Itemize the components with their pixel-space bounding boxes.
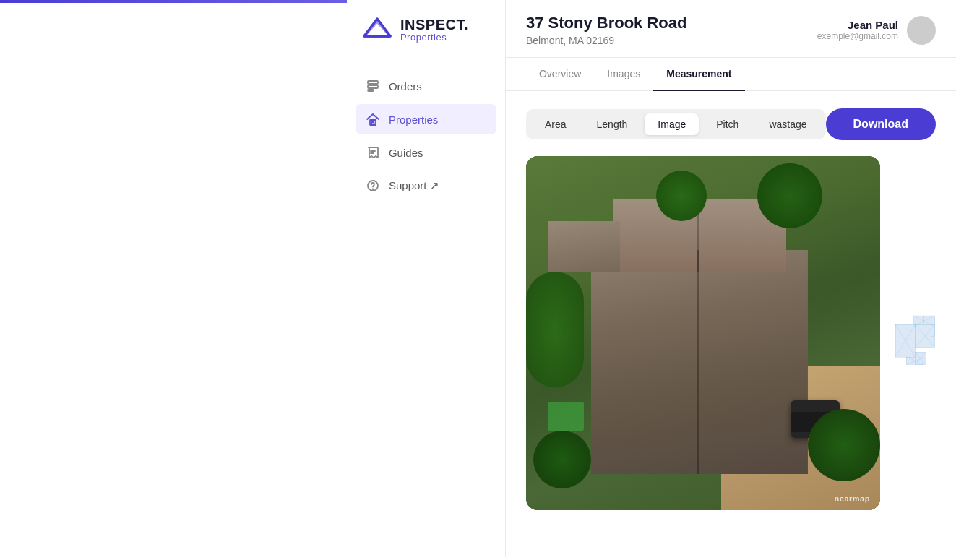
sidebar-item-support[interactable]: Support ↗ bbox=[356, 171, 496, 201]
filter-pills: Area Length Image Pitch wastage bbox=[526, 109, 826, 139]
user-info: Jean Paul exemple@gmail.com bbox=[817, 19, 898, 41]
aerial-photo: nearmap bbox=[526, 156, 880, 510]
logo-block: INSPECT. Properties bbox=[347, 0, 505, 64]
svg-rect-3 bbox=[368, 81, 378, 84]
svg-rect-5 bbox=[368, 90, 374, 91]
tab-measurement[interactable]: Measurement bbox=[653, 58, 744, 91]
svg-rect-14 bbox=[913, 316, 924, 324]
orders-icon bbox=[366, 79, 380, 93]
blueprint-container bbox=[895, 156, 936, 540]
avatar[interactable] bbox=[907, 16, 936, 45]
sidebar-item-orders-label: Orders bbox=[389, 80, 422, 92]
filter-bar: Area Length Image Pitch wastage Download bbox=[526, 108, 936, 140]
watermark: nearmap bbox=[835, 494, 870, 503]
sidebar-item-guides[interactable]: Guides bbox=[356, 137, 496, 168]
top-accent-bar bbox=[0, 0, 347, 3]
sidebar-nav: Orders Properties Guides bbox=[347, 64, 505, 208]
logo-properties-text: Properties bbox=[400, 33, 468, 43]
tab-overview[interactable]: Overview bbox=[526, 58, 594, 91]
guides-icon bbox=[366, 145, 380, 160]
tabs-bar: Overview Images Measurement bbox=[506, 58, 956, 91]
sidebar-item-guides-label: Guides bbox=[389, 147, 423, 159]
logo-icon bbox=[361, 16, 393, 43]
pill-image[interactable]: Image bbox=[645, 113, 699, 135]
address-street: 37 Stony Brook Road bbox=[526, 14, 686, 33]
topbar: 37 Stony Brook Road Belmont, MA 02169 Je… bbox=[506, 0, 956, 58]
pill-pitch[interactable]: Pitch bbox=[703, 113, 752, 135]
sidebar-item-properties-label: Properties bbox=[389, 113, 438, 126]
sidebar-item-support-label: Support ↗ bbox=[389, 179, 439, 192]
pill-wastage[interactable]: wastage bbox=[756, 113, 819, 135]
content-area: Area Length Image Pitch wastage Download bbox=[506, 91, 956, 557]
logo-text: INSPECT. Properties bbox=[400, 17, 468, 43]
svg-rect-7 bbox=[371, 122, 374, 125]
address-city: Belmont, MA 02169 bbox=[526, 35, 686, 46]
svg-rect-17 bbox=[931, 324, 934, 336]
pill-area[interactable]: Area bbox=[532, 113, 580, 135]
svg-point-11 bbox=[372, 189, 373, 190]
svg-rect-4 bbox=[368, 85, 378, 88]
roof-blueprint bbox=[895, 163, 936, 517]
main-content: 37 Stony Brook Road Belmont, MA 02169 Je… bbox=[506, 0, 956, 557]
logo-inspect-text: INSPECT. bbox=[400, 17, 468, 33]
user-block: Jean Paul exemple@gmail.com bbox=[817, 16, 936, 45]
download-button[interactable]: Download bbox=[826, 108, 936, 140]
support-icon bbox=[366, 178, 380, 193]
images-row: nearmap bbox=[526, 156, 936, 540]
sidebar-item-orders[interactable]: Orders bbox=[356, 71, 496, 101]
user-name: Jean Paul bbox=[817, 19, 898, 31]
user-email: exemple@gmail.com bbox=[817, 31, 898, 41]
sidebar-item-properties[interactable]: Properties bbox=[356, 104, 496, 134]
address-block: 37 Stony Brook Road Belmont, MA 02169 bbox=[526, 14, 686, 46]
properties-icon bbox=[366, 112, 380, 126]
tab-images[interactable]: Images bbox=[594, 58, 653, 91]
pill-length[interactable]: Length bbox=[584, 113, 641, 135]
sidebar: INSPECT. Properties Orders bbox=[347, 0, 506, 557]
